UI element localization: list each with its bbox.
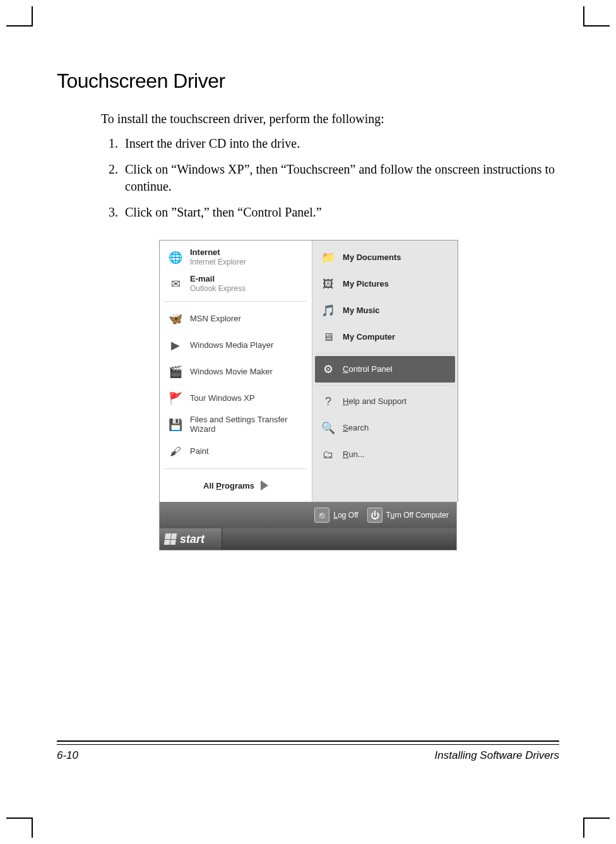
menu-item-title: Internet <box>190 247 220 257</box>
step-item: Insert the driver CD into the drive. <box>121 135 559 152</box>
windows-logo-icon <box>164 533 177 545</box>
help-icon: ? <box>319 392 338 411</box>
start-button[interactable]: start <box>160 528 222 550</box>
mail-icon: ✉ <box>166 275 185 294</box>
search-icon: 🔍 <box>319 419 338 437</box>
footer-rule <box>57 740 559 743</box>
menu-item-label: Run... <box>343 450 451 460</box>
start-menu-figure: 🌐 Internet Internet Explorer ✉ E-mail Ou… <box>159 240 457 550</box>
logoff-bar: ⎋ Log Off ⏻ Turn Off Computer <box>159 502 457 528</box>
menu-item-search[interactable]: 🔍 Search <box>315 415 455 441</box>
key-icon: ⎋ <box>314 508 329 523</box>
menu-item-my-documents[interactable]: 📁 My Documents <box>315 244 455 271</box>
menu-item-label: Help and Support <box>343 397 451 407</box>
taskbar: start <box>159 528 457 550</box>
all-programs-label: All Programs <box>203 481 254 490</box>
all-programs-button[interactable]: All Programs <box>162 473 309 498</box>
menu-item-label: My Computer <box>343 333 451 342</box>
separator <box>165 468 307 469</box>
start-menu-left-column: 🌐 Internet Internet Explorer ✉ E-mail Ou… <box>160 241 312 502</box>
menu-item-paint[interactable]: 🖌 Paint <box>162 438 309 465</box>
music-icon: 🎵 <box>319 301 338 320</box>
menu-item-movie-maker[interactable]: 🎬 Windows Movie Maker <box>162 359 309 385</box>
gear-icon: ⚙ <box>319 360 338 379</box>
menu-item-label: My Pictures <box>343 280 451 289</box>
step-item: Click on ”Start,” then “Control Panel.” <box>121 204 559 221</box>
crop-mark <box>583 817 610 838</box>
footer-rule <box>57 744 559 746</box>
start-label: start <box>180 533 204 546</box>
menu-item-label: Tour Windows XP <box>190 394 305 403</box>
brush-icon: 🖌 <box>166 442 185 461</box>
page-footer: 6-10 Installing Software Drivers <box>57 740 559 762</box>
menu-item-label: Windows Movie Maker <box>190 367 305 377</box>
menu-item-my-computer[interactable]: 🖥 My Computer <box>315 324 455 350</box>
menu-item-label: My Documents <box>343 253 451 263</box>
menu-item-transfer-wizard[interactable]: 💾 Files and Settings Transfer Wizard <box>162 412 309 438</box>
menu-item-subtitle: Outlook Express <box>190 284 246 293</box>
picture-icon: 🖼 <box>319 275 338 294</box>
menu-item-media-player[interactable]: ▶ Windows Media Player <box>162 332 309 359</box>
page-number: 6-10 <box>57 749 78 762</box>
menu-item-label: Control Panel <box>343 365 451 374</box>
menu-item-internet[interactable]: 🌐 Internet Internet Explorer <box>162 244 309 271</box>
turn-off-label: Turn Off Computer <box>386 511 449 520</box>
arrow-right-icon <box>261 480 268 490</box>
run-icon: 🗂 <box>319 445 338 464</box>
menu-item-subtitle: Internet Explorer <box>190 258 246 266</box>
folder-icon: 📁 <box>319 248 338 267</box>
footer-title: Installing Software Drivers <box>435 749 559 762</box>
menu-item-label: Windows Media Player <box>190 341 305 350</box>
msn-icon: 🦋 <box>166 309 185 328</box>
separator <box>316 385 454 386</box>
page-heading: Touchscreen Driver <box>57 69 559 93</box>
step-item: Click on “Windows XP”, then “Touchscreen… <box>121 161 559 195</box>
disk-icon: 💾 <box>166 415 185 434</box>
menu-item-label: MSN Explorer <box>190 314 305 324</box>
flag-icon: 🚩 <box>166 389 185 408</box>
body-text: To install the touchscreen driver, perfo… <box>101 112 559 221</box>
separator <box>316 353 454 354</box>
menu-item-label: Search <box>343 424 451 433</box>
crop-mark <box>583 6 610 27</box>
menu-item-tour-xp[interactable]: 🚩 Tour Windows XP <box>162 385 309 412</box>
film-icon: 🎬 <box>166 362 185 381</box>
page-content: Touchscreen Driver To install the touchs… <box>57 69 559 768</box>
turn-off-button[interactable]: ⏻ Turn Off Computer <box>367 508 449 523</box>
start-menu-right-column: 📁 My Documents 🖼 My Pictures 🎵 My Music … <box>312 241 458 502</box>
crop-mark <box>6 817 33 838</box>
logoff-label: Log Off <box>333 511 358 520</box>
menu-item-label: Files and Settings Transfer Wizard <box>190 415 305 434</box>
menu-item-label: My Music <box>343 306 451 316</box>
lead-paragraph: To install the touchscreen driver, perfo… <box>101 112 559 126</box>
menu-item-email[interactable]: ✉ E-mail Outlook Express <box>162 271 309 297</box>
menu-item-control-panel[interactable]: ⚙ Control Panel <box>315 356 455 383</box>
crop-mark <box>6 6 33 27</box>
menu-item-my-music[interactable]: 🎵 My Music <box>315 297 455 324</box>
menu-item-title: E-mail <box>190 274 215 283</box>
menu-item-label: Paint <box>190 447 305 456</box>
start-menu: 🌐 Internet Internet Explorer ✉ E-mail Ou… <box>159 240 458 502</box>
steps-list: Insert the driver CD into the drive. Cli… <box>101 135 559 221</box>
menu-item-help[interactable]: ? Help and Support <box>315 388 455 415</box>
computer-icon: 🖥 <box>319 328 338 347</box>
separator <box>165 301 307 302</box>
globe-icon: 🌐 <box>166 248 185 267</box>
menu-item-msn-explorer[interactable]: 🦋 MSN Explorer <box>162 306 309 332</box>
play-icon: ▶ <box>166 336 185 355</box>
menu-item-run[interactable]: 🗂 Run... <box>315 441 455 468</box>
power-icon: ⏻ <box>367 508 382 523</box>
logoff-button[interactable]: ⎋ Log Off <box>314 508 358 523</box>
menu-item-my-pictures[interactable]: 🖼 My Pictures <box>315 271 455 297</box>
